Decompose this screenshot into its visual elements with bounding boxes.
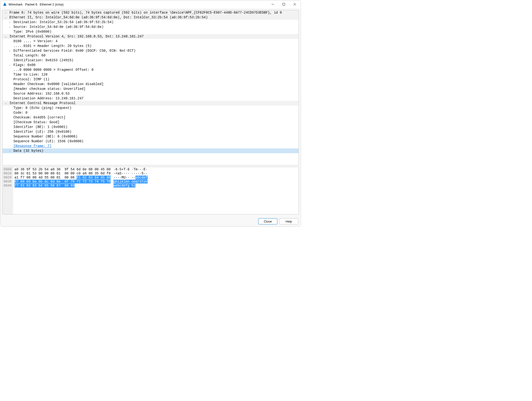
tree-node[interactable]: Header Checksum: 0x0000 [validation disa… <box>3 82 298 86</box>
tree-node[interactable]: Type: 8 (Echo (ping) request) <box>3 105 298 110</box>
chevron-right-icon[interactable]: › <box>8 148 12 153</box>
hex-bytes-row[interactable]: a0 36 9f 53 2b 54 a0 36 9f 54 6d 0e 08 0… <box>14 167 111 172</box>
tree-node[interactable]: ⌄ Internet Control Message Protocol <box>3 101 298 105</box>
tree-node-label: Type: IPv4 (0x0800) <box>13 30 51 34</box>
window-buttons <box>267 0 300 8</box>
chevron-none <box>8 39 12 43</box>
tree-node[interactable]: Destination Address: 13.248.161.247 <box>3 96 298 101</box>
hex-bytes-row[interactable]: 67 68 69 6a 6b 6c 6d 6e 6f 70 71 72 73 7… <box>14 180 111 184</box>
hex-offset: 0000 <box>4 167 12 172</box>
tree-node-label: Sequence Number (BE): 6 (0x0006) <box>13 135 77 138</box>
hex-ascii-column[interactable]: ·6·S+T·6 ·Tm···E··<aS···· ·····5······MU… <box>112 167 149 214</box>
tree-node-label: [Header checksum status: Unverified] <box>13 87 85 91</box>
packet-bytes-pane[interactable]: 00000010002000300040 a0 36 9f 53 2b 54 a… <box>2 167 299 215</box>
tree-node[interactable]: › Frame 6: 74 bytes on wire (592 bits), … <box>3 10 298 15</box>
tree-node-label: Ethernet II, Src: IntelCor_54:6d:0e (a0:… <box>9 15 208 19</box>
tree-node[interactable]: › Flags: 0x00 <box>3 63 298 68</box>
tree-node[interactable]: [Checksum Status: Good] <box>3 120 298 125</box>
tree-node-label: Frame 6: 74 bytes on wire (592 bits), 74… <box>9 11 282 14</box>
tree-node[interactable]: Sequence Number (LE): 1536 (0x0600) <box>3 139 298 144</box>
svg-rect-1 <box>283 3 285 6</box>
chevron-right-icon[interactable]: › <box>8 63 12 68</box>
chevron-right-icon[interactable]: › <box>4 10 7 15</box>
tree-node[interactable]: Checksum: 0x4d55 [correct] <box>3 115 298 120</box>
tree-node-label: Internet Control Message Protocol <box>9 101 75 105</box>
chevron-none <box>8 96 12 101</box>
hex-offsets-column: 00000010002000300040 <box>3 167 13 214</box>
tree-node[interactable]: ⌄ Internet Protocol Version 4, Src: 192.… <box>3 34 298 39</box>
tree-node[interactable]: Source Address: 192.168.0.53 <box>3 91 298 96</box>
chevron-none <box>8 139 12 144</box>
chevron-down-icon[interactable]: ⌄ <box>4 101 7 105</box>
tree-node[interactable]: .... 0101 = Header Length: 20 bytes (5) <box>3 43 298 48</box>
hex-bytes-row[interactable]: 77 61 62 63 64 65 66 67 68 69 <box>14 184 111 188</box>
tree-node[interactable]: › Data (32 bytes) <box>3 148 298 153</box>
chevron-right-icon[interactable]: › <box>8 20 12 25</box>
chevron-none <box>8 125 12 129</box>
tree-node-label: [Checksum Status: Good] <box>13 120 59 124</box>
chevron-right-icon[interactable]: › <box>8 48 12 53</box>
tree-node[interactable]: Total Length: 60 <box>3 53 298 58</box>
tree-node-label: [Response frame: 7] <box>13 144 51 148</box>
tree-node[interactable]: › Differentiated Services Field: 0x00 (D… <box>3 48 298 53</box>
tree-node[interactable]: Identifier (LE): 256 (0x0100) <box>3 129 298 134</box>
tree-node[interactable]: › Source: IntelCor_54:6d:0e (a0:36:9f:54… <box>3 25 298 29</box>
tree-node[interactable]: Identification: 0x6153 (24915) <box>3 58 298 63</box>
hex-ascii-row[interactable]: wabcdefg hi <box>114 184 148 188</box>
hex-bytes-column[interactable]: a0 36 9f 53 2b 54 a0 36 9f 54 6d 0e 08 0… <box>13 167 112 214</box>
window: Wireshark · Packet 6 · Ethernet 2 (icmp)… <box>0 0 301 227</box>
hex-ascii-row[interactable]: ·<aS···· ·····5·· <box>114 172 148 176</box>
tree-node-label: Destination Address: 13.248.161.247 <box>13 97 83 100</box>
tree-node-label: Identification: 0x6153 (24915) <box>13 58 73 62</box>
chevron-down-icon[interactable]: ⌄ <box>4 34 7 39</box>
tree-node-label: ...0 0000 0000 0000 = Fragment Offset: 0 <box>13 68 94 72</box>
close-button[interactable]: Close <box>258 218 277 224</box>
hex-offset: 0010 <box>4 172 12 176</box>
tree-node-label: Differentiated Services Field: 0x00 (DSC… <box>13 49 135 53</box>
hex-ascii-row[interactable]: ·6·S+T·6 ·Tm···E· <box>114 167 148 172</box>
hex-ascii-row[interactable]: ghijklmn opqrstuv <box>114 180 148 184</box>
chevron-none <box>8 29 12 34</box>
tree-node-label: Header Checksum: 0x0000 [validation disa… <box>13 82 103 86</box>
tree-node[interactable]: [Header checksum status: Unverified] <box>3 86 298 91</box>
content-area: › Frame 6: 74 bytes on wire (592 bits), … <box>0 8 301 216</box>
tree-node[interactable]: Code: 0 <box>3 110 298 115</box>
chevron-none <box>8 43 12 48</box>
chevron-none <box>8 58 12 63</box>
titlebar[interactable]: Wireshark · Packet 6 · Ethernet 2 (icmp) <box>0 0 301 8</box>
tree-node[interactable]: Protocol: ICMP (1) <box>3 77 298 82</box>
chevron-none <box>8 105 12 110</box>
tree-node-label: Source Address: 192.168.0.53 <box>13 92 70 96</box>
window-title: Wireshark · Packet 6 · Ethernet 2 (icmp) <box>9 3 267 6</box>
chevron-none <box>8 120 12 125</box>
hex-ascii-row[interactable]: ····MU·· ··abcdef <box>114 176 148 180</box>
hex-bytes-row[interactable]: 00 3c 61 53 00 00 80 01 00 00 c0 a8 00 3… <box>14 172 111 176</box>
chevron-down-icon[interactable]: ⌄ <box>4 15 7 20</box>
chevron-none <box>8 53 12 58</box>
chevron-none <box>8 110 12 115</box>
packet-details-tree[interactable]: › Frame 6: 74 bytes on wire (592 bits), … <box>2 10 299 165</box>
tree-node-label: Checksum: 0x4d55 [correct] <box>13 116 65 119</box>
help-button[interactable]: Help <box>279 218 298 224</box>
tree-node[interactable]: 0100 .... = Version: 4 <box>3 39 298 43</box>
chevron-none <box>8 134 12 139</box>
tree-node[interactable]: ...0 0000 0000 0000 = Fragment Offset: 0 <box>3 68 298 72</box>
tree-node-label: Total Length: 60 <box>13 54 45 57</box>
chevron-right-icon[interactable]: › <box>8 25 12 29</box>
tree-node[interactable]: ⌄ Ethernet II, Src: IntelCor_54:6d:0e (a… <box>3 15 298 20</box>
tree-node[interactable]: Type: IPv4 (0x0800) <box>3 29 298 34</box>
tree-node[interactable]: Identifier (BE): 1 (0x0001) <box>3 125 298 129</box>
chevron-none <box>8 72 12 77</box>
tree-node-label: Identifier (LE): 256 (0x0100) <box>13 130 71 134</box>
tree-node-label: Protocol: ICMP (1) <box>13 77 49 81</box>
maximize-button[interactable] <box>278 0 289 8</box>
tree-node[interactable]: Sequence Number (BE): 6 (0x0006) <box>3 134 298 139</box>
tree-node[interactable]: [Response frame: 7] <box>3 144 298 148</box>
tree-node[interactable]: › Destination: IntelCor_53:2b:54 (a0:36:… <box>3 20 298 25</box>
chevron-none <box>8 77 12 82</box>
minimize-button[interactable] <box>267 0 278 8</box>
hex-bytes-row[interactable]: a1 f7 08 00 4d 55 00 01 00 06 61 62 63 6… <box>14 176 111 180</box>
tree-node[interactable]: Time to Live: 128 <box>3 72 298 77</box>
tree-node-label: Destination: IntelCor_53:2b:54 (a0:36:9f… <box>13 20 114 24</box>
close-window-button[interactable] <box>289 0 300 8</box>
